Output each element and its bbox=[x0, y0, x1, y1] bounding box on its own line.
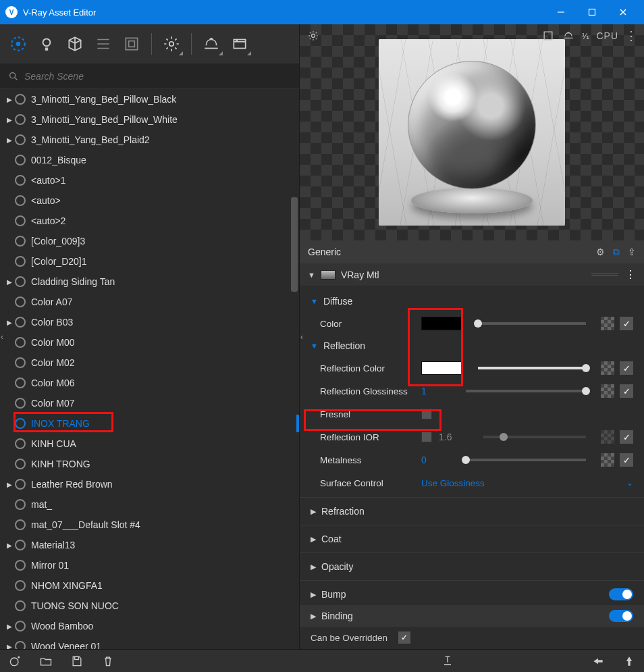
slider[interactable] bbox=[478, 322, 586, 325]
settings-button[interactable] bbox=[159, 31, 184, 57]
tree-item[interactable]: [Color_D20]1 bbox=[0, 251, 299, 272]
group-coat[interactable]: ▶Coat bbox=[300, 528, 644, 550]
enable-checkbox[interactable] bbox=[620, 430, 633, 444]
add-layer-icon[interactable]: ⧉ bbox=[613, 247, 620, 258]
texture-slot-icon[interactable] bbox=[601, 453, 614, 467]
tree-item[interactable]: <auto>1 bbox=[0, 170, 299, 190]
slider[interactable] bbox=[466, 459, 586, 461]
tree-item[interactable]: ▶Color B03 bbox=[0, 312, 299, 332]
param-value[interactable]: 0 bbox=[421, 455, 458, 465]
tree-item[interactable]: NHOM XINGFA1 bbox=[0, 575, 299, 596]
purge-button[interactable] bbox=[441, 654, 454, 668]
tree-item[interactable]: mat_ bbox=[0, 494, 299, 515]
right-collapse-handle[interactable]: ‹ bbox=[298, 327, 305, 347]
group-binding[interactable]: ▶Binding bbox=[300, 605, 644, 627]
ior-link-checkbox[interactable] bbox=[421, 432, 432, 442]
scrollbar-thumb[interactable] bbox=[291, 197, 298, 292]
tree-item[interactable]: ▶3_Minotti_Yang_Bed_Pillow_White bbox=[0, 109, 299, 130]
expand-icon[interactable]: ▶ bbox=[5, 623, 14, 630]
expand-icon[interactable]: ▶ bbox=[5, 481, 14, 488]
tree-item[interactable]: INOX TRANG bbox=[0, 413, 299, 434]
scrollbar[interactable] bbox=[291, 89, 298, 649]
color-swatch[interactable] bbox=[421, 361, 463, 375]
viewport-icon[interactable] bbox=[541, 29, 555, 43]
tree-item[interactable]: mat_07___Default Slot #4 bbox=[0, 515, 299, 535]
preview-settings-icon[interactable] bbox=[306, 29, 320, 43]
tree-item[interactable]: ▶Wood Veneer 01 bbox=[0, 636, 299, 649]
expand-icon[interactable]: ▶ bbox=[5, 319, 14, 326]
tree-item[interactable]: ▶3_Minotti_Yang_Bed_Plaid2 bbox=[0, 130, 299, 150]
up-button[interactable] bbox=[622, 654, 636, 668]
add-attr-icon[interactable]: ⇪ bbox=[628, 247, 636, 258]
tree-item[interactable]: Color M07 bbox=[0, 393, 299, 413]
tree-item[interactable]: ▶3_Minotti_Yang_Bed_Pillow_Black bbox=[0, 89, 299, 109]
param-value[interactable]: 1.6 bbox=[439, 432, 475, 442]
bump-toggle[interactable] bbox=[609, 588, 633, 600]
material-row[interactable]: ▼ VRay Mtl ⋮ bbox=[300, 263, 644, 286]
maximize-button[interactable] bbox=[576, 0, 608, 24]
enable-checkbox[interactable] bbox=[620, 384, 633, 398]
tree-item[interactable]: Color M00 bbox=[0, 332, 299, 353]
tree-item[interactable]: ▶Wood Bamboo bbox=[0, 616, 299, 636]
texture-slot-icon[interactable] bbox=[601, 361, 614, 375]
enable-checkbox[interactable] bbox=[620, 317, 633, 330]
expand-icon[interactable]: ▶ bbox=[5, 643, 14, 650]
back-button[interactable] bbox=[591, 654, 605, 668]
slider[interactable] bbox=[478, 367, 586, 369]
expand-icon[interactable]: ▶ bbox=[5, 542, 14, 549]
left-collapse-handle[interactable]: ‹ bbox=[0, 327, 5, 347]
add-asset-button[interactable] bbox=[8, 654, 22, 668]
teapot-icon[interactable] bbox=[562, 29, 575, 43]
expand-icon[interactable]: ▶ bbox=[5, 116, 14, 124]
texture-slot-icon[interactable] bbox=[601, 317, 614, 330]
group-reflection[interactable]: ▼ Reflection bbox=[300, 335, 644, 357]
save-button[interactable] bbox=[70, 654, 84, 668]
asset-tree[interactable]: ▶3_Minotti_Yang_Bed_Pillow_Black▶3_Minot… bbox=[0, 89, 299, 649]
tree-item[interactable]: KINH TRONG bbox=[0, 454, 299, 474]
material-more-icon[interactable]: ⋮ bbox=[625, 268, 636, 281]
tree-item[interactable]: [Color_009]3 bbox=[0, 231, 299, 251]
tree-item[interactable]: ▶Cladding Siding Tan bbox=[0, 272, 299, 292]
tree-item[interactable]: <auto>2 bbox=[0, 211, 299, 231]
minimize-button[interactable] bbox=[545, 0, 576, 24]
render-elements-tab[interactable] bbox=[90, 31, 116, 57]
tree-item[interactable]: <auto> bbox=[0, 190, 299, 211]
sliders-icon[interactable]: ⚙ bbox=[596, 247, 605, 258]
fresnel-checkbox[interactable] bbox=[421, 409, 432, 419]
group-refraction[interactable]: ▶Refraction bbox=[300, 500, 644, 522]
expand-icon[interactable]: ▶ bbox=[5, 96, 14, 103]
tree-item[interactable]: Color M02 bbox=[0, 353, 299, 373]
lights-tab[interactable] bbox=[34, 31, 59, 57]
search-input[interactable] bbox=[24, 71, 291, 82]
param-value[interactable]: 1 bbox=[421, 386, 458, 396]
surface-dropdown[interactable]: Use Glossiness bbox=[421, 478, 626, 488]
overridden-checkbox[interactable] bbox=[398, 631, 410, 644]
materials-tab[interactable] bbox=[5, 31, 31, 57]
geometry-tab[interactable] bbox=[62, 31, 88, 57]
slider[interactable] bbox=[466, 390, 586, 392]
render-mode-label[interactable]: CPU bbox=[596, 30, 618, 41]
group-diffuse[interactable]: ▼ Diffuse bbox=[300, 290, 644, 312]
frame-buffer-button[interactable] bbox=[227, 31, 252, 57]
close-button[interactable] bbox=[608, 0, 639, 24]
group-bump[interactable]: ▶Bump bbox=[300, 584, 644, 605]
binding-toggle[interactable] bbox=[609, 610, 633, 622]
tree-item[interactable]: Color M06 bbox=[0, 373, 299, 393]
enable-checkbox[interactable] bbox=[620, 453, 633, 467]
drag-handle-icon[interactable] bbox=[591, 273, 618, 277]
tree-item[interactable]: Mirror 01 bbox=[0, 555, 299, 575]
delete-button[interactable] bbox=[101, 654, 115, 668]
textures-tab[interactable] bbox=[119, 31, 144, 57]
preview-scale[interactable]: ¹⁄₁ bbox=[582, 31, 590, 41]
slider[interactable] bbox=[483, 436, 586, 438]
color-swatch[interactable] bbox=[421, 317, 463, 330]
render-button[interactable] bbox=[198, 31, 224, 57]
tree-item[interactable]: 0012_Bisque bbox=[0, 150, 299, 170]
enable-checkbox[interactable] bbox=[620, 361, 633, 375]
texture-slot-icon[interactable] bbox=[601, 430, 614, 444]
preview-more-icon[interactable]: ⋮ bbox=[625, 30, 637, 42]
tree-item[interactable]: Color A07 bbox=[0, 292, 299, 312]
tree-item[interactable]: ▶Leather Red Brown bbox=[0, 474, 299, 494]
tree-item[interactable]: ▶Material13 bbox=[0, 535, 299, 555]
open-folder-button[interactable] bbox=[39, 654, 53, 668]
